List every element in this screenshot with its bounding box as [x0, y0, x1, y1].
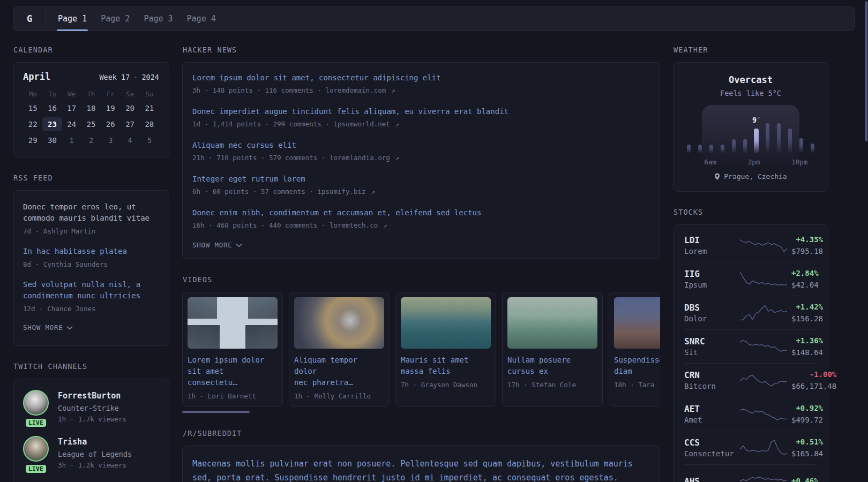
hn-item-domain-link[interactable]: ipsumify.biz — [317, 187, 365, 195]
hackernews-show-more-button[interactable]: SHOW MORE — [192, 241, 242, 249]
stock-row[interactable]: SNRCSit+1.36%$148.64 — [684, 329, 817, 363]
tab-page-2[interactable]: Page 2 — [94, 7, 137, 31]
hackernews-card: Lorem ipsum dolor sit amet, consectetur … — [182, 62, 660, 259]
tab-page-4[interactable]: Page 4 — [180, 7, 223, 31]
reddit-item: Maecenas mollis pulvinar erat non posuer… — [192, 457, 650, 482]
rss-item-link[interactable]: In hac habitasse platea — [23, 246, 159, 257]
video-card[interactable]: Nullam posuere cursus ex17h · Stefan Col… — [502, 292, 603, 407]
weather-bar-cell — [739, 121, 751, 153]
rss-card: Donec tempor eros leo, ut commodo mauris… — [13, 190, 169, 346]
tab-page-1[interactable]: Page 1 — [51, 7, 94, 31]
hn-item-domain-link[interactable]: loremdomain.com — [325, 86, 386, 94]
calendar-day[interactable]: 27 — [120, 117, 139, 131]
hn-item-link[interactable]: Integer eget rutrum lorem — [192, 174, 650, 184]
hn-item-stats: 3h · 148 points · 116 comments · — [192, 86, 325, 94]
weekday-label: Th — [81, 91, 101, 98]
video-carousel-scrollbar-thumb[interactable] — [182, 411, 250, 413]
weather-bar — [811, 144, 814, 153]
video-card[interactable]: Suspendisse diam18h · Tara — [609, 292, 660, 407]
hn-item-link[interactable]: Lorem ipsum dolor sit amet, consectetur … — [192, 72, 650, 83]
stock-row[interactable]: IIGIpsum+2.84%$42.04 — [684, 262, 817, 296]
stock-sparkline-chart — [739, 303, 788, 323]
weather-bar — [732, 139, 736, 153]
calendar-day[interactable]: 26 — [101, 117, 120, 131]
calendar-day[interactable]: 21 — [140, 101, 159, 115]
hn-item-meta: 16h · 468 points · 440 comments · loremt… — [192, 221, 650, 229]
calendar-day[interactable]: 1 — [62, 133, 81, 147]
stocks-section-title: STOCKS — [674, 208, 828, 216]
weekday-label: Su — [140, 91, 159, 98]
calendar-day[interactable]: 28 — [140, 117, 159, 131]
calendar-day[interactable]: 20 — [120, 101, 139, 115]
hn-item-link[interactable]: Donec imperdiet augue tincidunt felis al… — [192, 106, 650, 117]
calendar-day[interactable]: 29 — [23, 133, 42, 147]
weather-card: Overcast Feels like 5°C 9° 6am2pm10pm Pr… — [673, 62, 828, 192]
stock-ticker: DBS — [684, 303, 736, 313]
stock-price: $165.84 — [791, 449, 823, 458]
calendar-day-selected[interactable]: 23 — [42, 117, 62, 131]
twitch-channel-meta: 3h · 1.2k viewers — [58, 461, 132, 469]
stock-row[interactable]: CCSConsectetur+0.51%$165.84 — [684, 431, 817, 464]
calendar-section-title: CALENDAR — [13, 46, 169, 54]
video-card[interactable]: Aliquam tempor dolor nec pharetra…1h · M… — [289, 292, 390, 407]
twitch-channel-name[interactable]: Trisha — [58, 437, 132, 447]
calendar-day[interactable]: 22 — [23, 117, 42, 131]
page-scrollbar-thumb[interactable] — [865, 1, 867, 141]
stock-row[interactable]: LDILorem+4.35%$795.18 — [684, 229, 817, 262]
weather-bar-cell — [796, 121, 807, 153]
twitch-channel-name[interactable]: ForrestBurton — [58, 391, 126, 401]
weather-bar-cell — [773, 121, 784, 153]
reddit-item-link[interactable]: Maecenas mollis pulvinar erat non posuer… — [192, 457, 650, 482]
stock-identity: SNRCSit — [684, 336, 736, 357]
weather-feels-like: Feels like 5°C — [682, 89, 819, 97]
calendar-day[interactable]: 25 — [81, 117, 101, 131]
stocks-widget: STOCKS LDILorem+4.35%$795.18IIGIpsum+2.8… — [673, 208, 828, 482]
calendar-day[interactable]: 17 — [62, 101, 81, 115]
app-logo[interactable]: G — [13, 7, 46, 31]
video-card[interactable]: Lorem ipsum dolor sit amet consectetu…1h… — [182, 292, 283, 407]
calendar-day[interactable]: 4 — [120, 133, 139, 147]
calendar-day[interactable]: 16 — [42, 101, 62, 115]
video-title: Aliquam tempor dolor nec pharetra… — [294, 355, 384, 388]
hn-item-domain-link[interactable]: loremlandia.org — [330, 154, 390, 162]
rss-item: Donec tempor eros leo, ut commodo mauris… — [23, 201, 159, 235]
calendar-day[interactable]: 18 — [81, 101, 101, 115]
stock-values: -1.00%$66,171.48 — [791, 370, 836, 391]
calendar-day[interactable]: 19 — [101, 101, 120, 115]
calendar-day[interactable]: 15 — [23, 101, 42, 115]
external-link-icon: ↗ — [391, 120, 399, 128]
calendar-day[interactable]: 24 — [62, 117, 81, 131]
twitch-channel-avatar[interactable]: LIVE — [23, 436, 49, 469]
stock-price: $42.04 — [791, 280, 819, 290]
hn-item-domain-link[interactable]: loremtech.co — [330, 221, 378, 229]
avatar — [23, 390, 49, 416]
video-title: Lorem ipsum dolor sit amet consectetu… — [188, 355, 278, 388]
calendar-day[interactable]: 5 — [140, 133, 159, 147]
subreddit-card: Maecenas mollis pulvinar erat non posuer… — [182, 446, 660, 482]
stock-row[interactable]: AETAmet+0.92%$499.72 — [684, 397, 817, 431]
hn-item-link[interactable]: Donec enim nibh, condimentum et accumsan… — [192, 207, 650, 218]
calendar-day[interactable]: 30 — [42, 133, 62, 147]
stock-row[interactable]: DBSDolor+1.42%$156.28 — [684, 296, 817, 329]
hn-item: Lorem ipsum dolor sit amet, consectetur … — [192, 72, 650, 94]
video-card[interactable]: Mauris sit amet massa felis7h · Grayson … — [395, 292, 496, 407]
rss-item-link[interactable]: Donec tempor eros leo, ut commodo mauris… — [23, 201, 159, 224]
rss-item: In hac habitasse platea8d · Cynthia Saun… — [23, 246, 159, 268]
rss-item-link[interactable]: Sed volutpat nulla nisl, a condimentum n… — [23, 279, 159, 302]
tab-page-3[interactable]: Page 3 — [137, 7, 179, 31]
hn-item-domain-link[interactable]: ipsumworld.net — [333, 120, 390, 128]
calendar-week-label: Week 17 — [99, 73, 130, 81]
hn-item-meta: 3h · 148 points · 116 comments · loremdo… — [192, 86, 650, 94]
weekday-label: Fr — [101, 91, 120, 98]
stock-row[interactable]: CRNBitcorn-1.00%$66,171.48 — [684, 363, 817, 397]
twitch-channel-avatar[interactable]: LIVE — [23, 390, 49, 423]
rss-show-more-button[interactable]: SHOW MORE — [23, 323, 73, 332]
chevron-down-icon — [236, 243, 242, 247]
calendar-day[interactable]: 3 — [101, 133, 120, 147]
stock-row[interactable]: AHS+0.46% — [684, 464, 817, 482]
weather-bar-current — [754, 129, 759, 153]
hn-item-link[interactable]: Aliquam nec cursus elit — [192, 140, 650, 150]
calendar-day[interactable]: 2 — [81, 133, 101, 147]
calendar-weekday-row: MoTuWeThFrSaSu — [23, 91, 159, 98]
stock-values: +1.36%$148.64 — [791, 336, 823, 357]
